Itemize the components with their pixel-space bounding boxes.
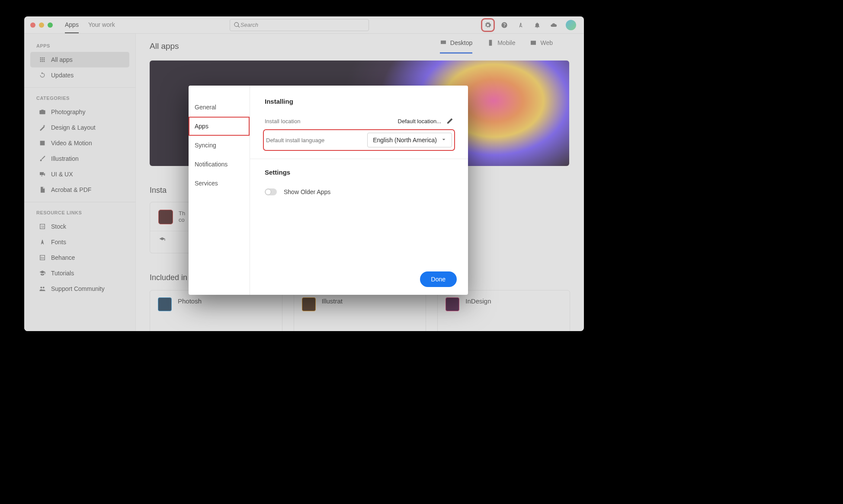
install-location-value: Default location...	[398, 118, 441, 124]
show-older-toggle[interactable]	[265, 188, 277, 195]
close-window-icon[interactable]	[30, 22, 35, 28]
dialog-tab-apps[interactable]: Apps	[189, 117, 250, 136]
people-icon	[39, 285, 46, 292]
right-toolbar	[484, 20, 584, 30]
app-row: Photosh Illustrat InDesign	[150, 290, 570, 331]
install-location-row: Install location Default location...	[265, 113, 453, 129]
dialog-sidebar: General Apps Syncing Notifications Servi…	[189, 86, 250, 295]
show-older-row: Show Older Apps	[265, 184, 453, 200]
language-select[interactable]: English (North America)	[367, 133, 452, 147]
sidebar-item-updates[interactable]: Updates	[30, 67, 129, 83]
tab-mobile[interactable]: Mobile	[487, 39, 515, 54]
grid-icon	[39, 56, 46, 63]
dialog-tab-services[interactable]: Services	[189, 174, 250, 193]
install-location-label: Install location	[265, 118, 398, 124]
tab-web[interactable]: Web	[530, 39, 553, 54]
tab-your-work[interactable]: Your work	[88, 16, 115, 33]
app-name: Photosh	[178, 297, 202, 305]
film-icon	[39, 140, 46, 147]
language-value: English (North America)	[373, 137, 437, 144]
sidebar-item-label: Photography	[51, 108, 85, 115]
bell-icon[interactable]	[533, 21, 542, 29]
app-icon	[446, 297, 459, 311]
search-input[interactable]	[240, 22, 365, 28]
show-older-label: Show Older Apps	[284, 188, 330, 195]
app-card-indesign[interactable]: InDesign	[437, 290, 570, 331]
desktop-icon	[440, 39, 447, 46]
sidebar-item-acrobat[interactable]: Acrobat & PDF	[30, 182, 129, 198]
refresh-icon	[39, 72, 46, 79]
dialog-tab-notifications[interactable]: Notifications	[189, 155, 250, 174]
app-icon	[159, 210, 173, 224]
sidebar-head-resource: RESOURCE LINKS	[24, 207, 135, 219]
sidebar-item-label: UI & UX	[51, 171, 73, 178]
divider	[24, 202, 135, 202]
sidebar-item-tutorials[interactable]: Tutorials	[30, 265, 129, 281]
dialog-tab-syncing[interactable]: Syncing	[189, 136, 250, 155]
devices-icon	[39, 171, 46, 178]
minimize-window-icon[interactable]	[39, 22, 44, 28]
dialog-content: Installing Install location Default loca…	[250, 86, 468, 295]
sidebar-item-label: Illustration	[51, 155, 79, 162]
tab-label: Web	[540, 39, 553, 46]
pencil-icon[interactable]	[446, 118, 453, 124]
app-card-illustrator[interactable]: Illustrat	[294, 290, 426, 331]
sidebar-item-illustration[interactable]: Illustration	[30, 151, 129, 166]
page-title: All apps	[150, 41, 440, 51]
avatar[interactable]	[566, 20, 576, 30]
app-name: InDesign	[465, 297, 491, 305]
sidebar-item-label: Fonts	[51, 239, 66, 246]
divider	[24, 87, 135, 88]
app-card-photoshop[interactable]: Photosh	[150, 290, 282, 331]
mobile-icon	[487, 39, 494, 46]
fonts-icon[interactable]	[516, 21, 525, 29]
chevron-down-icon	[440, 136, 447, 144]
wand-icon	[39, 124, 46, 131]
top-tabs: Apps Your work	[65, 16, 115, 33]
sidebar-item-fonts[interactable]: Fonts	[30, 234, 129, 250]
sidebar-item-label: Behance	[51, 254, 75, 261]
main-header: All apps Desktop Mobile Web	[150, 34, 570, 59]
search-icon	[234, 22, 240, 29]
sidebar-item-support[interactable]: Support Community	[30, 281, 129, 297]
card-text: Th co	[179, 210, 185, 223]
sidebar-item-all-apps[interactable]: All apps	[30, 52, 129, 67]
tab-apps[interactable]: Apps	[65, 16, 79, 33]
zoom-window-icon[interactable]	[48, 22, 53, 28]
sidebar-head-apps: APPS	[24, 40, 135, 52]
svg-text:Be: Be	[41, 256, 44, 259]
text-line: Th	[179, 210, 185, 217]
window-controls	[24, 22, 59, 28]
cloud-icon[interactable]	[549, 21, 558, 29]
sidebar-item-label: Updates	[51, 72, 74, 79]
search-box[interactable]	[230, 19, 369, 31]
fonts-icon	[39, 239, 46, 246]
help-icon[interactable]	[500, 21, 509, 29]
sidebar-item-label: Design & Layout	[51, 124, 96, 131]
app-name: Illustrat	[322, 297, 343, 305]
app-icon	[302, 297, 316, 311]
sidebar-item-uiux[interactable]: UI & UX	[30, 166, 129, 182]
window-icon	[530, 39, 537, 46]
sidebar-item-design[interactable]: Design & Layout	[30, 120, 129, 135]
sidebar-item-stock[interactable]: StStock	[30, 219, 129, 234]
sidebar-head-categories: CATEGORIES	[24, 92, 135, 104]
topbar: Apps Your work	[24, 16, 584, 34]
tab-desktop[interactable]: Desktop	[440, 39, 472, 54]
done-button[interactable]: Done	[420, 271, 457, 287]
sidebar-item-video[interactable]: Video & Motion	[30, 135, 129, 151]
app-icon	[158, 297, 172, 311]
sidebar-item-photography[interactable]: Photography	[30, 104, 129, 120]
sidebar-item-label: Acrobat & PDF	[51, 186, 91, 193]
installing-heading: Installing	[265, 98, 453, 105]
sidebar-item-label: Tutorials	[51, 270, 74, 277]
svg-text:St: St	[41, 225, 44, 229]
text-line: co	[179, 217, 185, 223]
graduation-icon	[39, 270, 46, 277]
dialog-tab-general[interactable]: General	[189, 98, 250, 117]
gear-icon[interactable]	[484, 21, 492, 29]
tab-label: Mobile	[497, 39, 515, 46]
sidebar-item-behance[interactable]: BeBehance	[30, 250, 129, 265]
behance-icon: Be	[39, 254, 46, 261]
tab-label: Desktop	[450, 39, 472, 46]
